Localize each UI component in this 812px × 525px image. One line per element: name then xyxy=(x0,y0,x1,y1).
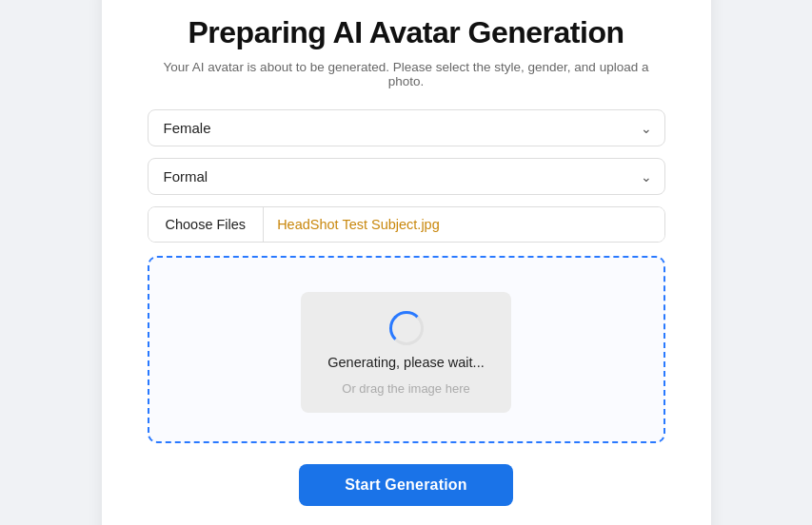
main-card: Preparing AI Avatar Generation Your AI a… xyxy=(102,0,711,525)
page-title: Preparing AI Avatar Generation xyxy=(188,15,624,50)
gender-dropdown[interactable]: Female Male Non-binary xyxy=(148,109,665,146)
drop-zone[interactable]: Generating, please wait... Or drag the i… xyxy=(148,256,665,443)
file-name-display: HeadShot Test Subject.jpg xyxy=(264,207,663,242)
subtitle: Your AI avatar is about to be generated.… xyxy=(148,60,665,88)
gender-dropdown-wrapper: Female Male Non-binary ⌄ xyxy=(148,109,665,146)
style-dropdown[interactable]: Formal Casual Business xyxy=(148,158,665,195)
style-dropdown-wrapper: Formal Casual Business ⌄ xyxy=(148,158,665,195)
loading-spinner xyxy=(389,311,424,345)
file-input-wrapper: Choose Files HeadShot Test Subject.jpg xyxy=(148,206,665,243)
choose-files-button[interactable]: Choose Files xyxy=(149,207,265,242)
start-generation-button[interactable]: Start Generation xyxy=(299,464,513,506)
drag-hint: Or drag the image here xyxy=(342,381,469,396)
spinner-container: Generating, please wait... Or drag the i… xyxy=(301,292,510,413)
generating-text: Generating, please wait... xyxy=(327,355,484,370)
